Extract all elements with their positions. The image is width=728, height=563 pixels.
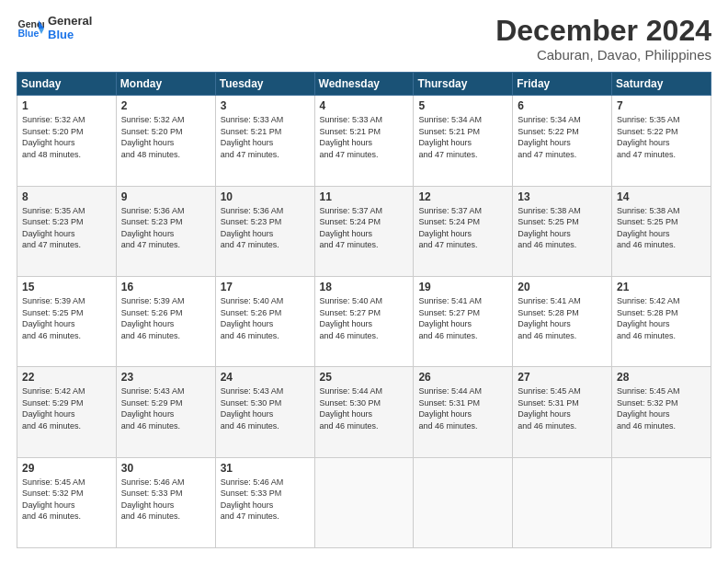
subtitle: Caburan, Davao, Philippines: [495, 47, 711, 63]
day-cell-9: 9 Sunrise: 5:36 AMSunset: 5:23 PMDayligh…: [116, 186, 215, 276]
week-row-1: 1 Sunrise: 5:32 AMSunset: 5:20 PMDayligh…: [17, 96, 711, 186]
day-cell-8: 8 Sunrise: 5:35 AMSunset: 5:23 PMDayligh…: [17, 186, 117, 276]
logo-icon: General Blue: [17, 15, 44, 42]
header-wednesday: Wednesday: [314, 73, 414, 96]
day-info: Sunrise: 5:45 AMSunset: 5:32 PMDaylight …: [617, 386, 680, 431]
day-info: Sunrise: 5:34 AMSunset: 5:22 PMDaylight …: [518, 115, 581, 159]
day-number: 26: [418, 371, 507, 384]
day-number: 23: [121, 371, 210, 384]
day-info: Sunrise: 5:37 AMSunset: 5:24 PMDaylight …: [418, 206, 482, 250]
day-info: Sunrise: 5:46 AMSunset: 5:33 PMDaylight …: [221, 477, 284, 522]
day-cell-14: 14 Sunrise: 5:38 AMSunset: 5:25 PMDaylig…: [612, 186, 711, 276]
weekday-header-row: Sunday Monday Tuesday Wednesday Thursday…: [17, 73, 711, 96]
day-info: Sunrise: 5:41 AMSunset: 5:27 PMDaylight …: [418, 296, 482, 340]
day-number: 31: [221, 462, 310, 475]
day-number: 8: [22, 190, 111, 203]
svg-text:Blue: Blue: [18, 28, 40, 39]
day-cell-26: 26 Sunrise: 5:44 AMSunset: 5:31 PMDaylig…: [414, 367, 513, 457]
day-number: 19: [418, 281, 507, 293]
day-cell-12: 12 Sunrise: 5:37 AMSunset: 5:24 PMDaylig…: [414, 186, 513, 276]
day-cell-30: 30 Sunrise: 5:46 AMSunset: 5:33 PMDaylig…: [116, 457, 215, 547]
logo: General Blue General Blue: [17, 15, 92, 42]
day-cell-10: 10 Sunrise: 5:36 AMSunset: 5:23 PMDaylig…: [215, 186, 314, 276]
day-info: Sunrise: 5:40 AMSunset: 5:27 PMDaylight …: [320, 296, 383, 340]
header: General Blue General Blue December 2024 …: [17, 15, 711, 63]
header-tuesday: Tuesday: [215, 73, 314, 96]
day-info: Sunrise: 5:43 AMSunset: 5:29 PMDaylight …: [121, 386, 185, 431]
day-info: Sunrise: 5:39 AMSunset: 5:26 PMDaylight …: [121, 296, 185, 340]
day-number: 5: [418, 99, 507, 112]
day-info: Sunrise: 5:33 AMSunset: 5:21 PMDaylight …: [320, 115, 383, 159]
week-row-2: 8 Sunrise: 5:35 AMSunset: 5:23 PMDayligh…: [17, 186, 711, 276]
empty-cell-w4-d6: [612, 457, 711, 547]
day-cell-31: 31 Sunrise: 5:46 AMSunset: 5:33 PMDaylig…: [215, 457, 314, 547]
day-number: 14: [617, 190, 706, 203]
day-number: 22: [22, 371, 111, 384]
day-number: 4: [320, 99, 409, 112]
day-number: 11: [320, 190, 409, 203]
day-info: Sunrise: 5:42 AMSunset: 5:29 PMDaylight …: [22, 386, 85, 431]
day-info: Sunrise: 5:37 AMSunset: 5:24 PMDaylight …: [320, 206, 383, 250]
week-row-5: 29 Sunrise: 5:45 AMSunset: 5:32 PMDaylig…: [17, 457, 711, 547]
header-thursday: Thursday: [414, 73, 513, 96]
day-cell-3: 3 Sunrise: 5:33 AMSunset: 5:21 PMDayligh…: [215, 96, 314, 186]
day-cell-28: 28 Sunrise: 5:45 AMSunset: 5:32 PMDaylig…: [612, 367, 711, 457]
header-saturday: Saturday: [612, 73, 711, 96]
day-cell-25: 25 Sunrise: 5:44 AMSunset: 5:30 PMDaylig…: [314, 367, 414, 457]
day-info: Sunrise: 5:36 AMSunset: 5:23 PMDaylight …: [121, 206, 185, 250]
header-friday: Friday: [513, 73, 612, 96]
day-info: Sunrise: 5:41 AMSunset: 5:28 PMDaylight …: [518, 296, 581, 340]
day-info: Sunrise: 5:35 AMSunset: 5:23 PMDaylight …: [22, 206, 85, 250]
day-number: 13: [518, 190, 607, 203]
day-info: Sunrise: 5:45 AMSunset: 5:32 PMDaylight …: [22, 477, 85, 522]
day-info: Sunrise: 5:38 AMSunset: 5:25 PMDaylight …: [518, 206, 581, 250]
header-sunday: Sunday: [17, 73, 117, 96]
day-cell-1: 1 Sunrise: 5:32 AMSunset: 5:20 PMDayligh…: [17, 96, 117, 186]
day-number: 30: [121, 462, 210, 475]
day-cell-5: 5 Sunrise: 5:34 AMSunset: 5:21 PMDayligh…: [414, 96, 513, 186]
day-number: 3: [221, 99, 310, 112]
day-cell-24: 24 Sunrise: 5:43 AMSunset: 5:30 PMDaylig…: [215, 367, 314, 457]
svg-marker-3: [39, 29, 44, 34]
week-row-4: 22 Sunrise: 5:42 AMSunset: 5:29 PMDaylig…: [17, 367, 711, 457]
empty-cell-w4-d5: [513, 457, 612, 547]
day-number: 20: [518, 281, 607, 293]
day-cell-18: 18 Sunrise: 5:40 AMSunset: 5:27 PMDaylig…: [314, 276, 414, 366]
day-info: Sunrise: 5:34 AMSunset: 5:21 PMDaylight …: [418, 115, 482, 159]
day-info: Sunrise: 5:39 AMSunset: 5:25 PMDaylight …: [22, 296, 85, 340]
calendar-table: Sunday Monday Tuesday Wednesday Thursday…: [17, 72, 711, 548]
day-number: 28: [617, 371, 706, 384]
day-number: 1: [22, 99, 111, 112]
empty-cell-w4-d4: [414, 457, 513, 547]
day-cell-4: 4 Sunrise: 5:33 AMSunset: 5:21 PMDayligh…: [314, 96, 414, 186]
day-number: 25: [320, 371, 409, 384]
header-monday: Monday: [116, 73, 215, 96]
day-cell-2: 2 Sunrise: 5:32 AMSunset: 5:20 PMDayligh…: [116, 96, 215, 186]
day-info: Sunrise: 5:40 AMSunset: 5:26 PMDaylight …: [221, 296, 284, 340]
day-cell-22: 22 Sunrise: 5:42 AMSunset: 5:29 PMDaylig…: [17, 367, 117, 457]
day-info: Sunrise: 5:32 AMSunset: 5:20 PMDaylight …: [121, 115, 185, 159]
day-number: 7: [617, 99, 706, 112]
day-cell-7: 7 Sunrise: 5:35 AMSunset: 5:22 PMDayligh…: [612, 96, 711, 186]
page: General Blue General Blue December 2024 …: [0, 0, 728, 563]
day-info: Sunrise: 5:44 AMSunset: 5:30 PMDaylight …: [320, 386, 383, 431]
day-info: Sunrise: 5:45 AMSunset: 5:31 PMDaylight …: [518, 386, 581, 431]
day-cell-23: 23 Sunrise: 5:43 AMSunset: 5:29 PMDaylig…: [116, 367, 215, 457]
logo-line1: General: [48, 15, 92, 29]
day-number: 21: [617, 281, 706, 293]
day-number: 15: [22, 281, 111, 293]
day-cell-15: 15 Sunrise: 5:39 AMSunset: 5:25 PMDaylig…: [17, 276, 117, 366]
day-info: Sunrise: 5:36 AMSunset: 5:23 PMDaylight …: [221, 206, 284, 250]
day-number: 29: [22, 462, 111, 475]
day-cell-6: 6 Sunrise: 5:34 AMSunset: 5:22 PMDayligh…: [513, 96, 612, 186]
main-title: December 2024: [495, 15, 711, 47]
day-cell-11: 11 Sunrise: 5:37 AMSunset: 5:24 PMDaylig…: [314, 186, 414, 276]
logo-line2: Blue: [48, 29, 92, 42]
title-block: December 2024 Caburan, Davao, Philippine…: [495, 15, 711, 63]
day-info: Sunrise: 5:35 AMSunset: 5:22 PMDaylight …: [617, 115, 680, 159]
day-cell-21: 21 Sunrise: 5:42 AMSunset: 5:28 PMDaylig…: [612, 276, 711, 366]
day-number: 24: [221, 371, 310, 384]
day-cell-20: 20 Sunrise: 5:41 AMSunset: 5:28 PMDaylig…: [513, 276, 612, 366]
day-info: Sunrise: 5:43 AMSunset: 5:30 PMDaylight …: [221, 386, 284, 431]
day-cell-19: 19 Sunrise: 5:41 AMSunset: 5:27 PMDaylig…: [414, 276, 513, 366]
